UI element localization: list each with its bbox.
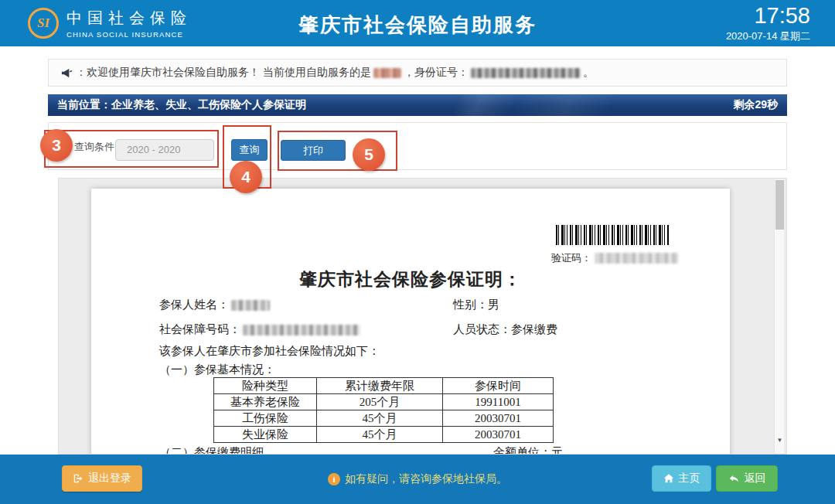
insured-name-label: 参保人姓名： (159, 298, 229, 312)
clock-time: 17:58 (726, 3, 810, 29)
cell-date-pension: 19911001 (443, 394, 554, 410)
masked-verify-code (595, 253, 678, 264)
annotation-step-4-badge: 4 (230, 161, 262, 193)
annotation-step-3-badge: 3 (40, 129, 73, 162)
megaphone-icon (61, 67, 73, 79)
table-row: 工伤保险 45个月 20030701 (214, 410, 554, 427)
cell-months-pension: 205个月 (317, 394, 443, 410)
home-icon (663, 473, 674, 484)
col-insurance-type: 险种类型 (214, 378, 317, 394)
unit-note-clipped: 金额单位：元 (493, 445, 563, 455)
back-arrow-icon (728, 473, 740, 485)
annotation-step-5-badge: 5 (353, 138, 385, 171)
logout-label: 退出登录 (88, 472, 131, 485)
welcome-text: ：欢迎使用肇庆市社会保险自助服务！ 当前使用自助服务的是 (76, 66, 371, 80)
page-title: 肇庆市社会保险自助服务 (0, 12, 835, 39)
gender-field: 性别：男 (453, 298, 499, 312)
masked-id-number (471, 68, 581, 78)
insurance-summary-table: 险种类型 累计缴费年限 参保时间 基本养老保险 205个月 19911001 工… (213, 377, 554, 443)
ssn-label: 社会保障号码： (159, 322, 240, 337)
cell-type-pension: 基本养老保险 (214, 394, 317, 410)
breadcrumb-bar: 当前位置：企业养老、失业、工伤保险个人参保证明 剩余29秒 (48, 94, 787, 116)
welcome-text-mid: ，身份证号： (404, 66, 469, 80)
cell-date-injury: 20030701 (443, 410, 554, 427)
logout-button[interactable]: 退出登录 (62, 465, 142, 492)
clock-date: 2020-07-14 星期二 (726, 29, 810, 43)
cell-months-unemployment: 45个月 (317, 427, 443, 443)
app-header: SI 中国社会保险 CHINA SOCIAL INSURANCE 肇庆市社会保险… (0, 0, 835, 46)
back-label: 返回 (745, 472, 766, 485)
cell-months-injury: 45个月 (317, 410, 443, 427)
vertical-scrollbar[interactable]: ▼ (774, 179, 784, 453)
scrollbar-thumb[interactable] (775, 180, 784, 230)
logout-icon (73, 473, 84, 484)
document-viewer: 验证码： 肇庆市社会保险参保证明： 参保人姓名： 性别：男 社会保障号码： 人员… (58, 178, 787, 455)
countdown-timer: 剩余29秒 (733, 98, 778, 112)
masked-user-name (373, 68, 401, 78)
section2-heading-clipped: （二）参保缴费明细 (159, 445, 264, 455)
back-button[interactable]: 返回 (716, 465, 778, 492)
certificate-title: 肇庆市社会保险参保证明： (91, 267, 730, 291)
info-icon: i (328, 473, 340, 485)
section1-heading: （一）参保基本情况： (159, 363, 275, 377)
table-row: 基本养老保险 205个月 19911001 (214, 394, 554, 410)
table-header-row: 险种类型 累计缴费年限 参保时间 (214, 378, 554, 394)
masked-ssn (243, 325, 360, 335)
breadcrumb: 当前位置：企业养老、失业、工伤保险个人参保证明 (57, 98, 306, 112)
clock: 17:58 2020-07-14 星期二 (726, 3, 810, 43)
verify-code-label: 验证码： (551, 251, 591, 265)
footer-notice: 如有疑问，请咨询参保地社保局。 (345, 472, 507, 486)
welcome-text-after: 。 (583, 66, 594, 80)
masked-insured-name (231, 300, 270, 311)
col-cumulative-months: 累计缴费年限 (317, 378, 443, 394)
cell-date-unemployment: 20030701 (443, 427, 554, 443)
scroll-down-arrow-icon[interactable]: ▼ (775, 434, 785, 445)
home-label: 主页 (679, 472, 700, 485)
welcome-banner: ：欢迎使用肇庆市社会保险自助服务！ 当前使用自助服务的是 ，身份证号： 。 (48, 59, 787, 87)
person-status-field: 人员状态：参保缴费 (453, 322, 557, 337)
footer-bar: i 如有疑问，请咨询参保地社保局。 退出登录 主页 返回 (0, 455, 835, 504)
certificate-page: 验证码： 肇庆市社会保险参保证明： 参保人姓名： 性别：男 社会保障号码： 人员… (91, 189, 730, 455)
table-row: 失业保险 45个月 20030701 (214, 427, 554, 443)
certificate-intro: 该参保人在肇庆市参加社会保险情况如下： (159, 344, 380, 359)
col-enroll-date: 参保时间 (443, 378, 554, 394)
barcode (556, 225, 670, 245)
cell-type-injury: 工伤保险 (214, 410, 317, 427)
home-button[interactable]: 主页 (652, 465, 711, 492)
cell-type-unemployment: 失业保险 (214, 427, 317, 443)
